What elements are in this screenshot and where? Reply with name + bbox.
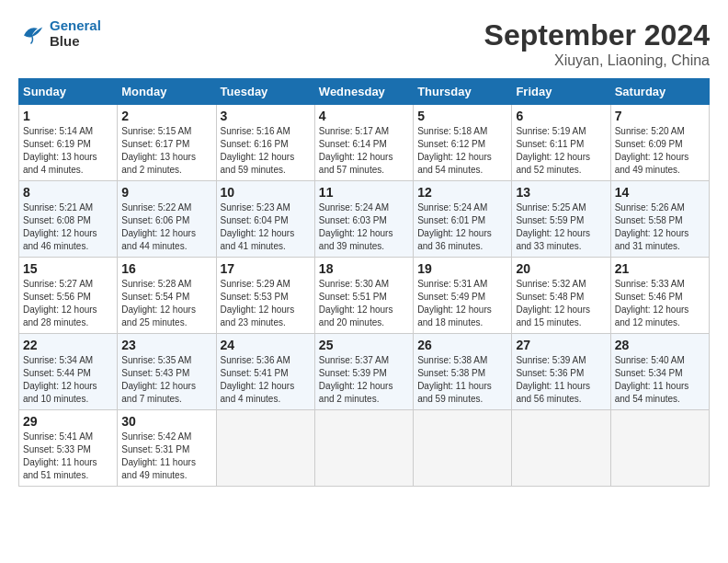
calendar-cell: 2 Sunrise: 5:15 AMSunset: 6:17 PMDayligh… [118,105,216,181]
day-detail: Sunrise: 5:22 AMSunset: 6:06 PMDaylight:… [121,201,211,253]
day-detail: Sunrise: 5:17 AMSunset: 6:14 PMDaylight:… [319,125,409,177]
day-number: 16 [121,261,211,276]
calendar-cell [512,410,610,487]
calendar-cell: 25 Sunrise: 5:37 AMSunset: 5:39 PMDaylig… [314,334,413,410]
day-number: 5 [417,109,507,123]
day-number: 24 [221,338,311,352]
header-sunday: Sunday [19,79,118,105]
day-detail: Sunrise: 5:18 AMSunset: 6:12 PMDaylight:… [417,125,507,177]
day-detail: Sunrise: 5:14 AMSunset: 6:19 PMDaylight:… [23,125,113,177]
calendar-cell: 13 Sunrise: 5:25 AMSunset: 5:59 PMDaylig… [512,181,610,258]
calendar-header-row: SundayMondayTuesdayWednesdayThursdayFrid… [19,79,710,105]
day-detail: Sunrise: 5:40 AMSunset: 5:34 PMDaylight:… [615,354,705,406]
day-number: 29 [23,414,113,429]
day-number: 21 [615,261,705,276]
day-detail: Sunrise: 5:21 AMSunset: 6:08 PMDaylight:… [23,201,113,253]
day-number: 13 [516,185,606,200]
day-detail: Sunrise: 5:31 AMSunset: 5:49 PMDaylight:… [417,278,507,329]
calendar-cell: 28 Sunrise: 5:40 AMSunset: 5:34 PMDaylig… [610,334,709,410]
calendar-cell: 26 Sunrise: 5:38 AMSunset: 5:38 PMDaylig… [414,334,512,410]
calendar-cell: 23 Sunrise: 5:35 AMSunset: 5:43 PMDaylig… [118,334,216,410]
calendar-week-5: 29 Sunrise: 5:41 AMSunset: 5:33 PMDaylig… [19,410,710,487]
calendar-cell: 12 Sunrise: 5:24 AMSunset: 6:01 PMDaylig… [414,181,512,258]
calendar-cell: 21 Sunrise: 5:33 AMSunset: 5:46 PMDaylig… [610,258,709,334]
day-number: 26 [417,338,507,352]
day-number: 28 [615,338,705,352]
day-detail: Sunrise: 5:42 AMSunset: 5:31 PMDaylight:… [121,431,211,482]
day-number: 12 [417,185,507,200]
day-detail: Sunrise: 5:41 AMSunset: 5:33 PMDaylight:… [23,431,113,482]
day-detail: Sunrise: 5:24 AMSunset: 6:01 PMDaylight:… [417,201,507,253]
day-detail: Sunrise: 5:16 AMSunset: 6:16 PMDaylight:… [221,125,311,177]
day-number: 20 [516,261,606,276]
header-friday: Friday [512,79,610,105]
day-detail: Sunrise: 5:35 AMSunset: 5:43 PMDaylight:… [121,354,211,406]
day-detail: Sunrise: 5:38 AMSunset: 5:38 PMDaylight:… [417,354,507,406]
day-detail: Sunrise: 5:39 AMSunset: 5:36 PMDaylight:… [516,354,606,406]
calendar-cell: 24 Sunrise: 5:36 AMSunset: 5:41 PMDaylig… [216,334,314,410]
calendar-cell: 30 Sunrise: 5:42 AMSunset: 5:31 PMDaylig… [118,410,216,487]
calendar-cell [610,410,709,487]
calendar-cell: 20 Sunrise: 5:32 AMSunset: 5:48 PMDaylig… [512,258,610,334]
calendar-cell: 5 Sunrise: 5:18 AMSunset: 6:12 PMDayligh… [414,105,512,181]
day-number: 19 [417,261,507,276]
logo-text: General Blue [50,18,101,49]
calendar-cell: 14 Sunrise: 5:26 AMSunset: 5:58 PMDaylig… [610,181,709,258]
day-number: 6 [516,109,606,123]
calendar-cell: 15 Sunrise: 5:27 AMSunset: 5:56 PMDaylig… [19,258,118,334]
day-detail: Sunrise: 5:27 AMSunset: 5:56 PMDaylight:… [23,278,113,329]
calendar-cell [414,410,512,487]
day-detail: Sunrise: 5:34 AMSunset: 5:44 PMDaylight:… [23,354,113,406]
calendar-cell: 16 Sunrise: 5:28 AMSunset: 5:54 PMDaylig… [118,258,216,334]
day-number: 4 [319,109,409,123]
header-saturday: Saturday [610,79,709,105]
calendar-cell: 18 Sunrise: 5:30 AMSunset: 5:51 PMDaylig… [314,258,413,334]
day-number: 2 [121,109,211,123]
day-detail: Sunrise: 5:20 AMSunset: 6:09 PMDaylight:… [615,125,705,177]
calendar-week-2: 8 Sunrise: 5:21 AMSunset: 6:08 PMDayligh… [19,181,710,258]
day-number: 7 [615,109,705,123]
header-tuesday: Tuesday [216,79,314,105]
calendar-cell: 19 Sunrise: 5:31 AMSunset: 5:49 PMDaylig… [414,258,512,334]
title-block: September 2024 Xiuyan, Liaoning, China [484,18,710,69]
day-number: 23 [121,338,211,352]
day-number: 8 [23,185,113,200]
logo: General Blue [18,18,101,49]
day-number: 22 [23,338,113,352]
page-header: General Blue September 2024 Xiuyan, Liao… [18,18,710,69]
day-detail: Sunrise: 5:28 AMSunset: 5:54 PMDaylight:… [121,278,211,329]
header-thursday: Thursday [414,79,512,105]
calendar-cell: 4 Sunrise: 5:17 AMSunset: 6:14 PMDayligh… [314,105,413,181]
page-subtitle: Xiuyan, Liaoning, China [484,52,710,69]
calendar-cell: 1 Sunrise: 5:14 AMSunset: 6:19 PMDayligh… [19,105,118,181]
calendar-cell: 7 Sunrise: 5:20 AMSunset: 6:09 PMDayligh… [610,105,709,181]
day-detail: Sunrise: 5:29 AMSunset: 5:53 PMDaylight:… [221,278,311,329]
day-number: 3 [221,109,311,123]
day-number: 18 [319,261,409,276]
calendar-week-3: 15 Sunrise: 5:27 AMSunset: 5:56 PMDaylig… [19,258,710,334]
day-number: 30 [121,414,211,429]
day-number: 14 [615,185,705,200]
calendar-week-1: 1 Sunrise: 5:14 AMSunset: 6:19 PMDayligh… [19,105,710,181]
day-number: 11 [319,185,409,200]
calendar-cell: 6 Sunrise: 5:19 AMSunset: 6:11 PMDayligh… [512,105,610,181]
calendar-cell: 17 Sunrise: 5:29 AMSunset: 5:53 PMDaylig… [216,258,314,334]
day-number: 9 [121,185,211,200]
calendar-week-4: 22 Sunrise: 5:34 AMSunset: 5:44 PMDaylig… [19,334,710,410]
logo-icon [18,20,46,48]
calendar-cell: 3 Sunrise: 5:16 AMSunset: 6:16 PMDayligh… [216,105,314,181]
calendar-cell: 9 Sunrise: 5:22 AMSunset: 6:06 PMDayligh… [118,181,216,258]
page-title: September 2024 [484,18,710,52]
day-detail: Sunrise: 5:15 AMSunset: 6:17 PMDaylight:… [121,125,211,177]
day-detail: Sunrise: 5:24 AMSunset: 6:03 PMDaylight:… [319,201,409,253]
calendar-cell: 27 Sunrise: 5:39 AMSunset: 5:36 PMDaylig… [512,334,610,410]
calendar-cell: 11 Sunrise: 5:24 AMSunset: 6:03 PMDaylig… [314,181,413,258]
day-number: 27 [516,338,606,352]
day-detail: Sunrise: 5:25 AMSunset: 5:59 PMDaylight:… [516,201,606,253]
day-detail: Sunrise: 5:30 AMSunset: 5:51 PMDaylight:… [319,278,409,329]
calendar-cell: 10 Sunrise: 5:23 AMSunset: 6:04 PMDaylig… [216,181,314,258]
day-detail: Sunrise: 5:32 AMSunset: 5:48 PMDaylight:… [516,278,606,329]
day-number: 1 [23,109,113,123]
calendar-table: SundayMondayTuesdayWednesdayThursdayFrid… [18,78,710,487]
day-number: 25 [319,338,409,352]
